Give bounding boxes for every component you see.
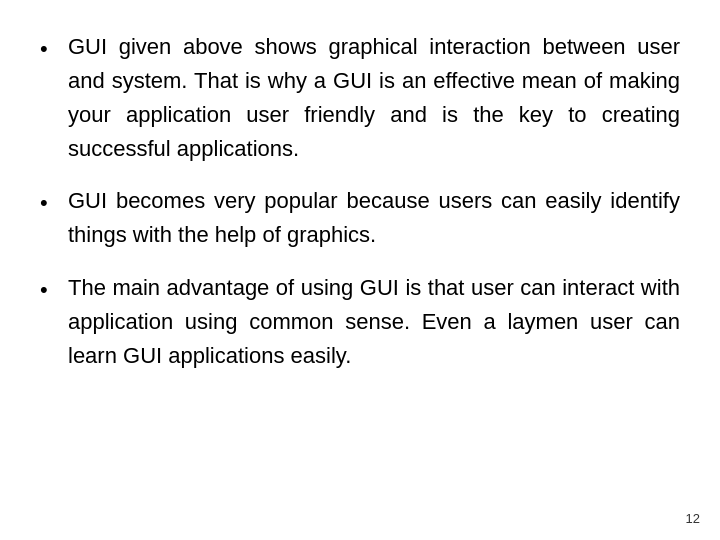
bullet-dot-3: • <box>40 271 68 306</box>
bullet-item-1: • GUI given above shows graphical intera… <box>40 30 680 166</box>
bullet-list: • GUI given above shows graphical intera… <box>40 30 680 391</box>
bullet-item-3: • The main advantage of using GUI is tha… <box>40 271 680 373</box>
bullet-text-1: GUI given above shows graphical interact… <box>68 30 680 166</box>
page-number: 12 <box>686 511 700 526</box>
slide-container: • GUI given above shows graphical intera… <box>0 0 720 540</box>
bullet-text-3: The main advantage of using GUI is that … <box>68 271 680 373</box>
bullet-dot-1: • <box>40 30 68 65</box>
bullet-text-2: GUI becomes very popular because users c… <box>68 184 680 252</box>
bullet-dot-2: • <box>40 184 68 219</box>
bullet-item-2: • GUI becomes very popular because users… <box>40 184 680 252</box>
